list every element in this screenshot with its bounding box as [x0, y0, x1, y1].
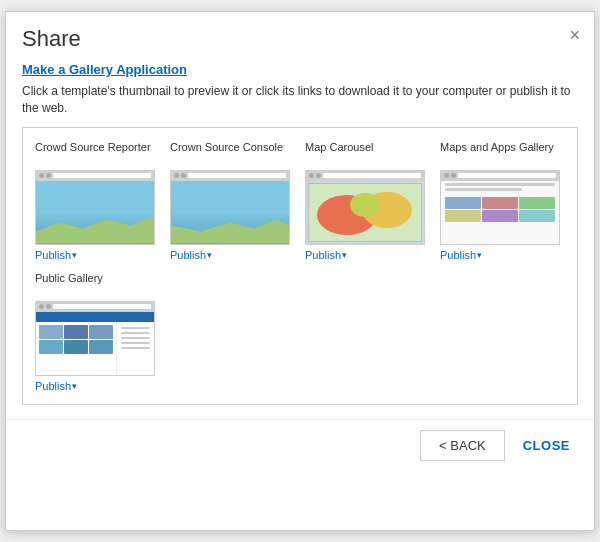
dialog-close-icon-button[interactable]: × — [569, 26, 580, 44]
pg-grid — [37, 323, 115, 356]
pg-img — [39, 325, 63, 339]
img-cell — [482, 197, 518, 209]
world-map — [308, 183, 422, 242]
dot2 — [181, 173, 186, 178]
dot1 — [39, 173, 44, 178]
pg-img — [64, 325, 88, 339]
dot1 — [444, 173, 449, 178]
publish-arrow-icon: ▾ — [342, 250, 347, 260]
dot1 — [174, 173, 179, 178]
publish-label: Publish — [35, 249, 71, 261]
gallery-grid: Crowd Source Reporter Publish ▾ — [35, 140, 565, 392]
pg-img — [89, 340, 113, 354]
url-bar — [53, 304, 151, 309]
content-line — [445, 188, 522, 191]
publish-link-maps-apps-gallery[interactable]: Publish ▾ — [440, 249, 482, 261]
dot1 — [309, 173, 314, 178]
thumb-content — [306, 181, 424, 244]
image-grid — [441, 195, 559, 224]
thumbnail-crowd-source-reporter[interactable] — [35, 170, 155, 245]
section-title[interactable]: Make a Gallery Application — [22, 62, 578, 77]
dot2 — [46, 304, 51, 309]
pg-header — [36, 312, 154, 322]
url-bar — [458, 173, 556, 178]
publish-arrow-icon: ▾ — [72, 381, 77, 391]
url-bar — [323, 173, 421, 178]
thumbnail-crown-source-console[interactable] — [170, 170, 290, 245]
publish-link-crowd-source-reporter[interactable]: Publish ▾ — [35, 249, 77, 261]
dot2 — [46, 173, 51, 178]
pg-img — [89, 325, 113, 339]
thumbnail-map-carousel[interactable] — [305, 170, 425, 245]
dialog-title: Share — [22, 26, 578, 52]
url-bar — [188, 173, 286, 178]
dialog-body: Make a Gallery Application Click a templ… — [6, 62, 594, 405]
url-bar — [53, 173, 151, 178]
browser-bar — [306, 171, 424, 181]
land-shape — [36, 214, 154, 244]
publish-label: Publish — [35, 380, 71, 392]
publish-label: Publish — [305, 249, 341, 261]
browser-bar — [441, 171, 559, 181]
gallery-item-crown-source-console: Crown Source Console Publish ▾ — [170, 140, 295, 261]
thumb-content — [441, 181, 559, 244]
img-cell — [519, 210, 555, 222]
content-line — [445, 183, 555, 186]
back-button[interactable]: < BACK — [420, 430, 505, 461]
dialog-header: Share × — [6, 12, 594, 62]
browser-bar — [171, 171, 289, 181]
publish-link-public-gallery[interactable]: Publish ▾ — [35, 380, 77, 392]
pg-text-line — [121, 337, 150, 339]
browser-bar — [36, 302, 154, 312]
pg-text-line — [121, 342, 150, 344]
gallery-item-title: Crowd Source Reporter — [35, 140, 151, 166]
pg-text-line — [121, 347, 150, 349]
dot1 — [39, 304, 44, 309]
thumb-content — [36, 181, 154, 244]
dot2 — [316, 173, 321, 178]
img-cell — [445, 210, 481, 222]
publish-arrow-icon: ▾ — [207, 250, 212, 260]
publish-label: Publish — [440, 249, 476, 261]
gallery-item-title: Crown Source Console — [170, 140, 283, 166]
img-cell — [445, 197, 481, 209]
browser-bar — [36, 171, 154, 181]
close-button[interactable]: CLOSE — [515, 430, 578, 461]
thumb-content — [36, 312, 154, 375]
gallery-item-map-carousel: Map Carousel — [305, 140, 430, 261]
land-shape — [171, 214, 289, 244]
map-overlay — [309, 184, 421, 241]
gallery-item-crowd-source-reporter: Crowd Source Reporter Publish ▾ — [35, 140, 160, 261]
thumbnail-public-gallery[interactable] — [35, 301, 155, 376]
img-cell — [482, 210, 518, 222]
gallery-item-maps-apps-gallery: Maps and Apps Gallery — [440, 140, 565, 261]
description-text: Click a template's thumbnail to preview … — [22, 83, 578, 117]
gallery-item-title: Map Carousel — [305, 140, 373, 166]
content-lines — [441, 181, 559, 195]
publish-label: Publish — [170, 249, 206, 261]
share-dialog: Share × Make a Gallery Application Click… — [5, 11, 595, 531]
gallery-item-title: Maps and Apps Gallery — [440, 140, 554, 166]
pg-img — [39, 340, 63, 354]
pg-text-line — [121, 332, 150, 334]
gallery-box: Crowd Source Reporter Publish ▾ — [22, 127, 578, 405]
gallery-item-title: Public Gallery — [35, 271, 103, 297]
pg-text-line — [121, 327, 150, 329]
publish-arrow-icon: ▾ — [477, 250, 482, 260]
img-cell — [519, 197, 555, 209]
gallery-item-public-gallery: Public Gallery — [35, 271, 160, 392]
publish-arrow-icon: ▾ — [72, 250, 77, 260]
publish-link-map-carousel[interactable]: Publish ▾ — [305, 249, 347, 261]
dialog-footer: < BACK CLOSE — [6, 419, 594, 471]
dot2 — [451, 173, 456, 178]
thumb-content — [171, 181, 289, 244]
publish-link-crown-source-console[interactable]: Publish ▾ — [170, 249, 212, 261]
thumbnail-maps-apps-gallery[interactable] — [440, 170, 560, 245]
pg-img — [64, 340, 88, 354]
